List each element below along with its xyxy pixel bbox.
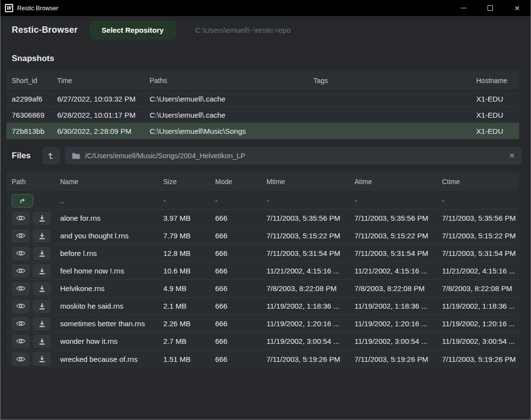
file-row[interactable]: and you thought l.rns 7.79 MB 666 7/11/2…	[6, 227, 519, 245]
file-mtime: 7/8/2003, 8:22:08 PM	[266, 284, 354, 293]
file-name: wonder how it.rns	[60, 337, 163, 345]
snapshots-table: Short_id Time Paths Tags Hostname a2299a…	[6, 70, 519, 139]
file-atime: -	[354, 196, 442, 205]
level-up-button[interactable]	[43, 147, 60, 165]
download-button[interactable]	[33, 335, 51, 348]
eye-icon	[16, 356, 25, 363]
eye-icon	[16, 285, 25, 292]
app-icon: W	[5, 4, 13, 12]
files-path-input[interactable]: /C/Users/emuell/Music/Songs/2004_Helveti…	[65, 147, 522, 165]
download-button[interactable]	[33, 299, 51, 313]
go-parent-button[interactable]	[12, 194, 33, 208]
download-button[interactable]	[33, 211, 51, 225]
file-ctime: -	[442, 196, 519, 205]
snapshot-hostname: X1-EDU	[476, 95, 519, 103]
file-row[interactable]: moskito he said.rns 2.1 MB 666 11/19/200…	[6, 297, 519, 315]
snapshot-row[interactable]: 76306869 6/28/2022, 10:01:17 PM C:\Users…	[6, 107, 519, 123]
column-header-paths: Paths	[150, 77, 313, 84]
file-row[interactable]: alone for.rns 3.97 MB 666 7/11/2003, 5:3…	[6, 210, 519, 227]
download-button[interactable]	[33, 247, 51, 260]
file-ctime: 11/19/2002, 1:20:16 ...	[442, 319, 519, 328]
snapshot-time: 6/27/2022, 10:03:32 PM	[57, 95, 150, 103]
file-atime: 7/11/2003, 5:19:26 PM	[354, 355, 442, 363]
preview-button[interactable]	[12, 299, 30, 313]
download-button[interactable]	[33, 229, 51, 243]
maximize-button[interactable]	[477, 0, 504, 16]
preview-button[interactable]	[12, 282, 30, 295]
select-repository-button[interactable]: Select Repository	[89, 21, 176, 40]
files-bar: Files /C/Users/emuell/Music/Songs/2004_H…	[12, 147, 522, 165]
preview-button[interactable]	[12, 335, 30, 348]
download-button[interactable]	[33, 264, 51, 278]
download-icon	[38, 232, 46, 240]
file-size: 7.79 MB	[163, 231, 215, 240]
file-ctime: 7/11/2003, 5:35:56 PM	[442, 214, 519, 222]
column-header-hostname: Hostname	[476, 77, 519, 84]
file-name: wrecked because of.rns	[60, 355, 163, 363]
file-ctime: 11/19/2002, 3:00:54 ...	[442, 337, 519, 345]
maximize-icon	[487, 5, 493, 11]
minimize-button[interactable]	[450, 0, 477, 16]
file-row[interactable]: Helvikone.rns 4.9 MB 666 7/8/2003, 8:22:…	[6, 280, 519, 297]
file-row[interactable]: feel home now !.rns 10.6 MB 666 11/21/20…	[6, 262, 519, 280]
eye-icon	[16, 232, 25, 239]
column-header-size: Size	[163, 178, 215, 186]
repository-path: C:\Users\emuell\~\restic-repo	[196, 26, 291, 34]
preview-button[interactable]	[12, 352, 30, 366]
column-header-ctime: Ctime	[442, 178, 519, 186]
column-header-time: Time	[57, 77, 150, 84]
file-mtime: 7/11/2003, 5:35:56 PM	[266, 214, 354, 222]
download-button[interactable]	[33, 282, 51, 295]
file-row[interactable]: before l.rns 12.8 MB 666 7/11/2003, 5:31…	[6, 245, 519, 262]
file-size: 12.8 MB	[163, 249, 215, 257]
file-size: 2.26 MB	[163, 319, 215, 328]
snapshot-row-selected[interactable]: 72b813bb 6/30/2022, 2:28:09 PM C:\Users\…	[6, 123, 519, 139]
snapshots-table-header: Short_id Time Paths Tags Hostname	[6, 70, 519, 91]
file-rows: alone for.rns 3.97 MB 666 7/11/2003, 5:3…	[6, 210, 519, 368]
download-icon	[38, 214, 46, 222]
preview-button[interactable]	[12, 317, 30, 331]
snapshots-heading: Snapshots	[0, 44, 531, 63]
file-ctime: 7/11/2003, 5:15:22 PM	[442, 231, 519, 240]
column-header-atime: Atime	[354, 178, 442, 186]
snapshot-short-id: 76306869	[6, 111, 57, 119]
preview-button[interactable]	[12, 211, 30, 225]
file-row[interactable]: sometimes better than.rns 2.26 MB 666 11…	[6, 315, 519, 333]
eye-icon	[16, 214, 25, 222]
file-mtime: 7/11/2003, 5:31:54 PM	[266, 249, 354, 257]
minimize-icon	[461, 8, 466, 9]
download-button[interactable]	[33, 317, 51, 331]
file-mode: 666	[215, 319, 266, 328]
file-mode: -	[215, 196, 266, 205]
clear-path-icon[interactable]: ✕	[509, 151, 515, 160]
file-name: feel home now !.rns	[60, 267, 163, 275]
download-icon	[38, 285, 46, 293]
preview-button[interactable]	[12, 264, 30, 278]
file-atime: 7/8/2003, 8:22:08 PM	[354, 284, 442, 293]
file-mtime: 11/19/2002, 3:00:54 ...	[266, 337, 354, 345]
download-button[interactable]	[33, 352, 51, 366]
file-row[interactable]: wrecked because of.rns 1.51 MB 666 7/11/…	[6, 350, 519, 368]
close-button[interactable]: ✕	[504, 0, 531, 16]
file-row-parent[interactable]: .. - - - - -	[6, 192, 519, 210]
download-icon	[38, 320, 46, 328]
eye-icon	[16, 267, 25, 274]
snapshot-row[interactable]: a2299af6 6/27/2022, 10:03:32 PM C:\Users…	[6, 91, 519, 107]
file-name: and you thought l.rns	[60, 231, 163, 240]
app-title: Restic-Browser	[12, 25, 78, 35]
window-controls: ✕	[450, 0, 531, 16]
column-header-short-id: Short_id	[6, 77, 57, 84]
column-header-tags: Tags	[313, 77, 476, 84]
download-icon	[38, 267, 46, 275]
app-icon-letter: W	[7, 5, 11, 11]
file-row[interactable]: wonder how it.rns 2.7 MB 666 11/19/2002,…	[6, 333, 519, 350]
snapshot-paths: C:\Users\emuell\Music\Songs	[150, 127, 313, 135]
column-header-mtime: Mtime	[266, 178, 354, 186]
files-table: Path Name Size Mode Mtime Atime Ctime ..	[6, 171, 519, 368]
preview-button[interactable]	[12, 247, 30, 260]
download-icon	[38, 355, 46, 363]
preview-button[interactable]	[12, 229, 30, 243]
window-title: Restic Browser	[17, 5, 58, 12]
snapshot-short-id: a2299af6	[6, 95, 57, 103]
file-size: 4.9 MB	[163, 284, 215, 293]
